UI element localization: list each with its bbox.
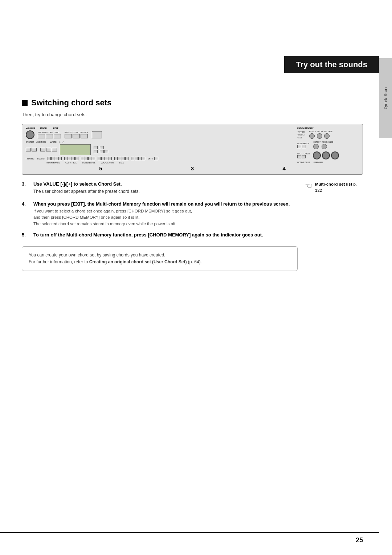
k6 [68, 157, 71, 160]
page-number: 25 [356, 536, 363, 544]
synth-left-controls: VOLUME MODE EDIT PATCH PERFORM DEMO [26, 127, 294, 164]
note-icon-container: ☞ Multi-chord set list p. 122 [305, 181, 363, 194]
step-3-number: 3. [22, 181, 28, 187]
step-4-number: 4. [22, 201, 28, 207]
release-knob [324, 133, 330, 139]
main-knob2 [313, 151, 321, 159]
header-area: Try out the sounds [0, 56, 379, 73]
info-line3: (p. 64). [187, 259, 201, 264]
main-knob4 [331, 151, 339, 159]
system-btn [26, 148, 31, 151]
step-4-content: When you press [EXIT], the Multi-chord M… [33, 201, 298, 227]
section-heading: Switching chord sets [22, 98, 363, 108]
volume-knob [26, 130, 34, 139]
step-5: 5. To turn off the Multi-chord Memory fu… [22, 232, 298, 239]
steps-with-note: 3. Use VALUE [-]/[+] to select a Chord S… [22, 181, 363, 271]
k18 [118, 157, 121, 160]
k16 [109, 157, 112, 160]
decay-knob [317, 133, 322, 139]
step-3: 3. Use VALUE [-]/[+] to select a Chord S… [22, 181, 298, 196]
hand-pointing-icon: ☞ [305, 181, 312, 191]
side-note-area: ☞ Multi-chord set list p. 122 [305, 181, 363, 271]
patch-btn [38, 134, 45, 138]
layer-btn [302, 155, 306, 158]
callout-3: 3 [191, 165, 194, 171]
note-text-block: Multi-chord set list p. 122 [315, 181, 357, 194]
value-plus-btn [52, 148, 57, 151]
k22 [135, 157, 138, 160]
dest-btn2 [302, 145, 306, 148]
k15 [105, 157, 108, 160]
k3 [55, 157, 58, 160]
info-bold: Creating an original chord set (User Cho… [89, 259, 187, 264]
k19 [122, 157, 125, 160]
effects-btn [73, 134, 80, 138]
step-3-sub: The user chord set appears after the pre… [33, 188, 298, 195]
k7 [72, 157, 75, 160]
section-title: Switching chord sets [31, 98, 111, 108]
audition-btn [32, 148, 37, 151]
step-3-content: Use VALUE [-]/[+] to select a Chord Set.… [33, 181, 298, 196]
note-page-ref: p. [353, 182, 357, 186]
cursor-left [100, 150, 104, 153]
resonance-knob [322, 144, 327, 149]
step-4-details: If you want to select a chord set once a… [33, 208, 298, 227]
k17 [114, 157, 118, 160]
main-display [60, 144, 91, 155]
attack-knob [309, 133, 315, 139]
k24 [142, 157, 145, 160]
k1 [48, 157, 51, 160]
utility-btn [81, 134, 88, 138]
step-5-content: To turn off the Multi-chord Memory funct… [33, 232, 298, 239]
info-box: You can create your own chord set by sav… [22, 246, 298, 271]
phrase-btn [65, 134, 72, 138]
steps-content: 3. Use VALUE [-]/[+] to select a Chord S… [22, 181, 298, 271]
k4 [58, 157, 62, 160]
diagram-callouts: 5 3 4 [26, 164, 359, 171]
step-5-number: 5. [22, 232, 28, 238]
split-btn [297, 155, 301, 158]
k10 [85, 157, 88, 160]
k5 [64, 157, 68, 160]
info-line2: For further information, refer to [29, 259, 89, 264]
write-btn [40, 148, 45, 151]
info-line1: You can create your own chord set by sav… [29, 252, 165, 258]
section-subtitle: Then, try to change chord sets. [22, 112, 363, 117]
synth-diagram: VOLUME MODE EDIT PATCH PERFORM DEMO [22, 124, 363, 175]
k14 [101, 157, 105, 160]
bottom-rule [0, 532, 379, 533]
k11 [88, 157, 91, 160]
k21 [131, 157, 134, 160]
value-minus-btn [46, 148, 51, 151]
cutoff-knob [313, 144, 319, 149]
callout-4: 4 [282, 165, 285, 171]
extra-btn [92, 131, 102, 138]
note-text: Multi-chord set list p. 122 [315, 181, 357, 194]
exit-btn [94, 146, 98, 149]
step-4-main: When you press [EXIT], the Multi-chord M… [33, 201, 298, 207]
k9 [81, 157, 84, 160]
note-page-num: 122 [315, 188, 322, 193]
enter-btn [94, 150, 98, 153]
k12 [92, 157, 95, 160]
cursor-right [104, 150, 108, 153]
k8 [75, 157, 78, 160]
perform-btn [46, 134, 53, 138]
page-title: Try out the sounds [284, 56, 379, 73]
k13 [98, 157, 101, 160]
step-4: 4. When you press [EXIT], the Multi-chor… [22, 201, 298, 227]
step-3-main: Use VALUE [-]/[+] to select a Chord Set. [33, 181, 298, 187]
step-5-main: To turn off the Multi-chord Memory funct… [33, 232, 298, 238]
k20 [125, 157, 128, 160]
main-knob3 [322, 151, 330, 159]
k2 [51, 157, 54, 160]
sidebar-tab-label: Quick Start [383, 87, 388, 109]
synth-right-controls: PATCH MODIFY ▪ UPPER ▪ LOWER ▪ SUB ATTAC… [297, 127, 359, 163]
k23 [138, 157, 142, 160]
quick-start-tab: Quick Start [379, 58, 392, 138]
note-label: Multi-chord set list [315, 182, 352, 186]
demo-btn [54, 134, 61, 138]
callout-5: 5 [99, 165, 102, 171]
main-content: Switching chord sets Then, try to change… [22, 98, 363, 271]
shift-btn [154, 157, 158, 160]
